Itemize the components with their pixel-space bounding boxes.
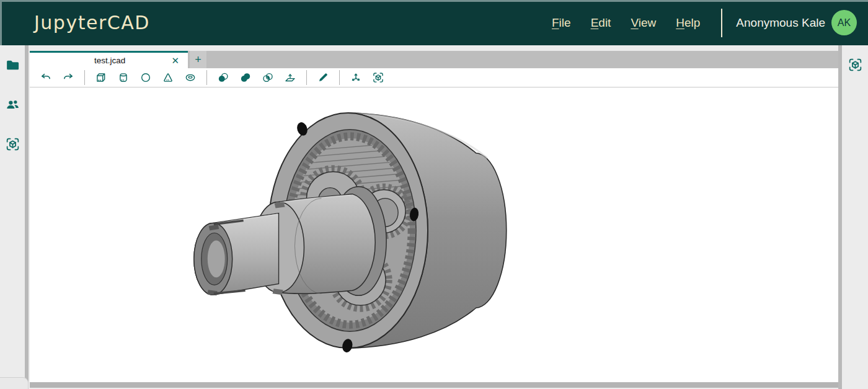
sphere-icon	[140, 71, 152, 84]
torus-icon	[184, 71, 197, 84]
union-icon	[239, 71, 252, 84]
status-bar-toggle[interactable]	[0, 377, 29, 389]
undo-button[interactable]	[37, 69, 55, 86]
viewport-3d[interactable]	[30, 87, 838, 382]
tab-label: test.jcad	[51, 56, 169, 65]
new-cone-button[interactable]	[159, 69, 177, 86]
header-right: FileEditViewHelp Anonymous Kale AK	[542, 9, 857, 37]
extrusion-button[interactable]	[281, 69, 299, 86]
axes-helper-button[interactable]	[347, 69, 365, 86]
header-divider	[721, 9, 722, 37]
extrusion-icon	[284, 71, 296, 84]
cylinder-icon	[117, 71, 130, 84]
users-icon	[5, 97, 20, 112]
add-tab-button[interactable]: +	[190, 51, 206, 68]
cube-scan-icon	[5, 136, 20, 152]
close-icon[interactable]: ✕	[169, 55, 182, 66]
new-cylinder-button[interactable]	[114, 69, 133, 86]
new-torus-button[interactable]	[181, 69, 200, 86]
cut-icon	[217, 71, 229, 84]
menu-view[interactable]: View	[631, 16, 656, 30]
tab-test-jcad[interactable]: test.jcad ✕	[30, 51, 188, 68]
left-activity-bar	[0, 45, 29, 389]
redo-icon	[62, 71, 74, 84]
undo-icon	[40, 71, 52, 84]
toolbar-separator	[206, 70, 207, 85]
new-box-button[interactable]	[92, 69, 110, 86]
axes-icon	[350, 71, 362, 84]
cube-scan-icon	[372, 71, 384, 84]
sidebar-item-objects-panel[interactable]	[846, 56, 864, 73]
cut-button[interactable]	[214, 69, 232, 86]
exploded-view-button[interactable]	[369, 69, 388, 86]
menu-help[interactable]: Help	[676, 16, 700, 30]
sketch-button[interactable]	[314, 69, 332, 86]
jupytercad-app: JupyterCAD FileEditViewHelp Anonymous Ka…	[0, 0, 868, 389]
top-menu-bar: JupyterCAD FileEditViewHelp Anonymous Ka…	[0, 0, 868, 45]
user-name: Anonymous Kale	[736, 16, 825, 30]
right-activity-bar	[838, 45, 868, 389]
toolbar-separator	[339, 70, 340, 85]
sidebar-item-objects-panel[interactable]	[3, 135, 22, 153]
redo-button[interactable]	[59, 69, 78, 86]
union-button[interactable]	[236, 69, 255, 86]
toolbar-separator	[306, 70, 307, 85]
cube-scan-icon	[848, 57, 863, 73]
cad-toolbar	[30, 68, 838, 87]
sidebar-item-collaborators[interactable]	[3, 96, 22, 113]
cone-icon	[162, 71, 174, 84]
app-logo: JupyterCAD	[34, 12, 150, 34]
menu-file[interactable]: File	[552, 16, 571, 30]
folder-icon	[5, 57, 20, 73]
menu-bar: FileEditViewHelp	[542, 16, 710, 30]
bottom-border	[30, 382, 838, 388]
intersection-icon	[262, 71, 274, 84]
toolbar-separator	[84, 70, 85, 85]
new-sphere-button[interactable]	[136, 69, 155, 86]
box-icon	[95, 71, 107, 84]
intersection-button[interactable]	[259, 69, 277, 86]
menu-edit[interactable]: Edit	[591, 16, 611, 30]
tab-bar: test.jcad ✕ +	[30, 51, 838, 68]
user-avatar: AK	[831, 10, 857, 35]
pencil-icon	[317, 71, 329, 84]
gearbox-model	[30, 87, 838, 382]
sidebar-item-file-browser[interactable]	[3, 56, 22, 73]
